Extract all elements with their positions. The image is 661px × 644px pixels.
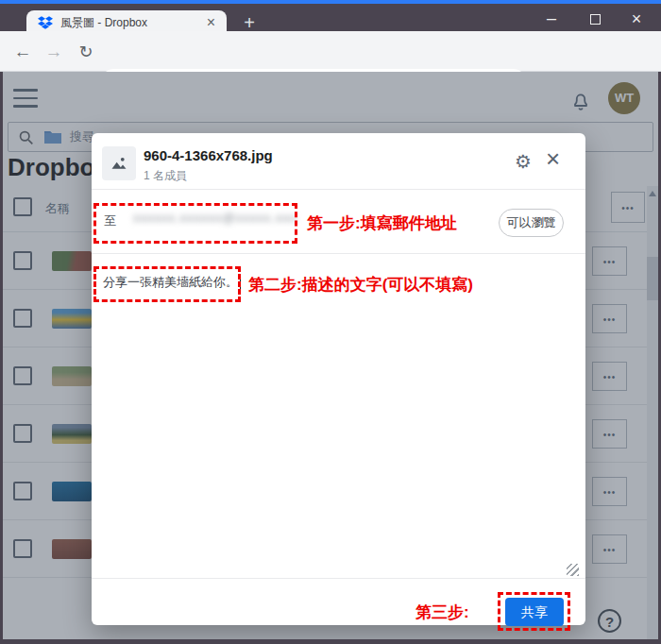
can-view-dropdown[interactable]: 可以瀏覽 (499, 209, 564, 237)
annotation-step2: 第二步:描述的文字(可以不填寫) (248, 274, 473, 296)
dialog-file-title: 960-4-1366x768.jpg (144, 147, 273, 163)
annotation-step1: 第一步:填寫郵件地址 (307, 212, 457, 234)
annotation-box-share (498, 592, 570, 631)
divider (92, 189, 585, 190)
window-border (0, 72, 3, 644)
window-border (0, 639, 661, 644)
file-type-badge (102, 146, 136, 180)
browser-toolbar: ← → ↻ dropbox.com/home/風景圖 ☆ K t ⋮ (0, 31, 661, 72)
maximize-icon (590, 14, 601, 25)
annotation-box-message (93, 266, 241, 302)
divider (92, 253, 585, 254)
reload-button[interactable]: ↻ (74, 40, 98, 64)
forward-button[interactable]: → (42, 40, 66, 64)
tab-title: 風景圖 - Dropbox (60, 15, 203, 31)
share-dialog: 960-4-1366x768.jpg 1 名成員 ⚙ × 至 xxxxxx.xx… (92, 133, 585, 625)
resize-grip[interactable] (567, 564, 579, 576)
dropbox-logo-icon (38, 15, 53, 30)
annotation-step3: 第三步: (415, 602, 469, 623)
tab-close-icon[interactable]: × (203, 14, 219, 31)
dialog-close-icon[interactable]: × (546, 144, 560, 174)
dialog-members-count: 1 名成員 (144, 168, 187, 184)
window-close-button[interactable]: × (619, 8, 653, 31)
divider (92, 578, 585, 579)
annotation-box-email (93, 203, 297, 244)
browser-titlebar: 風景圖 - Dropbox × + – × (0, 4, 661, 31)
window-maximize-button[interactable] (578, 8, 612, 31)
back-button[interactable]: ← (10, 40, 35, 64)
window-minimize-button[interactable]: – (534, 8, 568, 31)
image-icon (110, 154, 128, 173)
settings-gear-icon[interactable]: ⚙ (515, 150, 532, 173)
